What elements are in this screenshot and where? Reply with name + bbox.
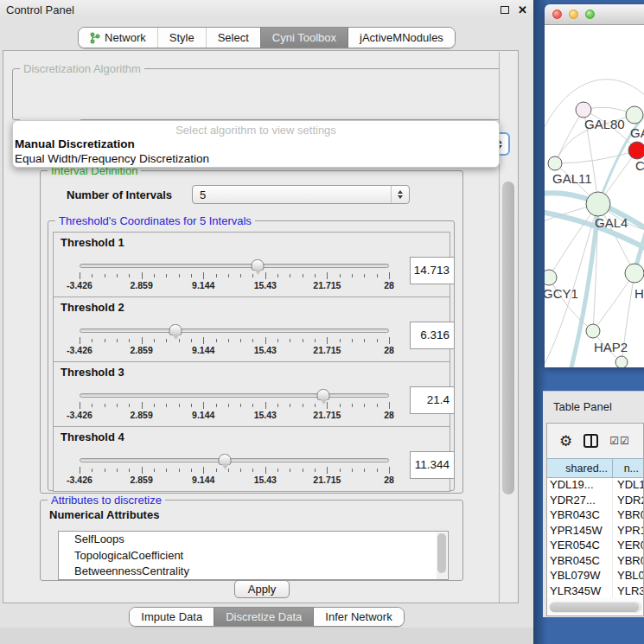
tab-infer-network[interactable]: Infer Network xyxy=(313,608,403,626)
table-cell-name: YDL1 xyxy=(613,478,643,494)
network-node[interactable] xyxy=(615,356,628,367)
table-cell-name: YDR2 xyxy=(613,494,643,509)
network-node[interactable] xyxy=(548,156,562,170)
apply-button[interactable]: Apply xyxy=(234,580,290,598)
network-window-titlebar xyxy=(545,4,644,25)
threshold-slider-knob[interactable] xyxy=(219,454,232,465)
tab-discretize-data[interactable]: Discretize Data xyxy=(214,608,313,626)
tick-label: 21.715 xyxy=(313,345,341,355)
tab-network-label: Network xyxy=(105,31,146,44)
table-horizontal-scrollbar[interactable] xyxy=(549,602,642,613)
popup-item-manual-discretization[interactable]: Manual Discretization xyxy=(13,137,499,151)
table-row[interactable]: YER054CYER0 xyxy=(547,539,643,554)
minimize-traffic-light-icon[interactable] xyxy=(569,10,578,19)
slider-tick-labels: -3.4262.8599.14415.4321.71528 xyxy=(80,280,389,290)
network-node[interactable] xyxy=(586,192,610,216)
network-node[interactable] xyxy=(576,102,591,118)
threshold-value-field[interactable]: 14.713 xyxy=(410,257,455,284)
column-layout-icon[interactable] xyxy=(583,434,598,448)
column-header-shared-name[interactable]: shared... xyxy=(547,459,613,477)
table-row[interactable]: YDR27...YDR2 xyxy=(547,494,643,509)
screen: Control Panel ✕ Network Style xyxy=(0,0,644,644)
threshold-slider-track[interactable] xyxy=(80,393,389,398)
zoom-traffic-light-icon[interactable] xyxy=(585,10,595,19)
tab-style[interactable]: Style xyxy=(157,28,206,48)
tab-select[interactable]: Select xyxy=(206,28,260,48)
column-header-name[interactable]: n... xyxy=(613,459,643,477)
attribute-list-item[interactable]: SelfLoops xyxy=(59,532,448,548)
table-hscroll-thumb[interactable] xyxy=(550,603,639,612)
tab-jactivemnodules[interactable]: jActiveMNodules xyxy=(348,28,455,48)
tick-label: 2.859 xyxy=(130,345,152,355)
table-row[interactable]: YPR145WYPR1 xyxy=(547,524,643,539)
numerical-attributes-list[interactable]: SelfLoopsTopologicalCoefficientBetweenne… xyxy=(58,531,449,580)
close-traffic-light-icon[interactable] xyxy=(552,10,562,19)
tick-label: 15.43 xyxy=(254,410,277,420)
thresholds-group-title: Threshold's Coordinates for 5 Intervals xyxy=(55,214,255,227)
attribute-list-item[interactable]: BetweennessCentrality xyxy=(59,564,448,580)
number-of-intervals-label: Number of Intervals xyxy=(67,188,172,201)
control-panel-titlebar: Control Panel ✕ xyxy=(0,0,533,19)
content-scroll-thumb[interactable] xyxy=(502,182,514,494)
attributes-group-title: Attributes to discretize xyxy=(48,494,165,507)
threshold-value-field[interactable]: 6.316 xyxy=(410,322,455,349)
table-cell-shared-name: YDL19... xyxy=(547,478,613,494)
top-tabbar: Network Style Select Cyni Toolbox jActiv… xyxy=(0,27,533,48)
close-icon[interactable]: ✕ xyxy=(518,4,527,16)
network-node[interactable] xyxy=(586,324,600,338)
tab-style-label: Style xyxy=(169,31,194,44)
table-panel-inner: ⚙ ☑☑ shared... n... YDL19...YDL1YDR27...… xyxy=(546,423,644,616)
tick-label: 15.43 xyxy=(254,345,277,355)
threshold-slider-track[interactable] xyxy=(80,264,389,268)
threshold-value-field[interactable]: 11.344 xyxy=(410,451,455,479)
table-cell-name: YBR0 xyxy=(613,554,643,570)
threshold-slider-knob[interactable] xyxy=(252,259,265,271)
table-cell-name: YBR0 xyxy=(613,508,643,524)
network-node[interactable] xyxy=(545,270,557,285)
tick-label: 9.144 xyxy=(192,280,214,290)
float-window-icon[interactable] xyxy=(501,6,509,14)
cyni-toolbox-content: Discretization Algorithm Select algorith… xyxy=(3,50,519,603)
number-of-intervals-value: 5 xyxy=(200,188,206,201)
table-cell-name: YPR1 xyxy=(613,524,643,539)
gear-icon[interactable]: ⚙ xyxy=(559,434,572,449)
threshold-slider-knob[interactable] xyxy=(317,389,330,400)
network-node[interactable] xyxy=(628,142,644,159)
attributes-list-scrollbar[interactable] xyxy=(437,532,447,579)
threshold-slider-track[interactable] xyxy=(80,458,389,462)
slider-ticks xyxy=(80,402,389,409)
tab-network[interactable]: Network xyxy=(79,28,157,48)
number-of-intervals-combobox[interactable]: 5 xyxy=(192,185,410,204)
number-of-intervals-stepper-icon[interactable] xyxy=(391,186,409,203)
attributes-list-scroll-thumb[interactable] xyxy=(437,533,446,573)
table-row[interactable]: YBR045CYBR0 xyxy=(547,554,643,570)
table-row[interactable]: YDL19...YDL1 xyxy=(547,478,643,494)
control-panel-window: Control Panel ✕ Network Style xyxy=(0,0,533,644)
threshold-slider-track[interactable] xyxy=(80,328,389,333)
popup-item-equal-width-frequency[interactable]: Equal Width/Frequency Discretization xyxy=(13,151,499,166)
attributes-group: Attributes to discretize Numerical Attri… xyxy=(40,500,463,581)
tab-cyni-toolbox[interactable]: Cyni Toolbox xyxy=(260,28,348,48)
table-cell-shared-name: YBL079W xyxy=(547,569,613,584)
tick-label: 21.715 xyxy=(313,280,341,290)
tick-label: 28 xyxy=(384,475,394,485)
network-canvas[interactable]: GAL80GACGAL11GAL4GCY1HHAP2 xyxy=(545,25,644,367)
network-node[interactable] xyxy=(626,106,643,124)
network-view-window: GAL80GACGAL11GAL4GCY1HHAP2 xyxy=(545,4,644,367)
slider-tick-labels: -3.4262.8599.14415.4321.71528 xyxy=(80,345,389,355)
table-cell-shared-name: YPR145W xyxy=(547,524,613,539)
table-row[interactable]: YBL079WYBL0 xyxy=(547,569,643,584)
network-node[interactable] xyxy=(625,264,644,283)
table-row[interactable]: YBR043CYBR0 xyxy=(547,508,643,524)
threshold-slider-knob[interactable] xyxy=(169,324,182,335)
attribute-list-item[interactable]: TopologicalCoefficient xyxy=(59,548,448,564)
table-row[interactable]: YLR345WYLR3 xyxy=(547,584,643,598)
threshold-value-field[interactable]: 21.4 xyxy=(410,386,455,414)
top-tabgroup: Network Style Select Cyni Toolbox jActiv… xyxy=(78,27,456,48)
checkbox-icons[interactable]: ☑☑ xyxy=(609,435,630,447)
tab-jactivemnodules-label: jActiveMNodules xyxy=(360,31,443,44)
tab-impute-data[interactable]: Impute Data xyxy=(130,608,214,626)
table-cell-shared-name: YBR043C xyxy=(547,508,613,524)
table-cell-shared-name: YDR27... xyxy=(547,494,613,509)
threshold-row: Threshold 4-3.4262.8599.14415.4321.71528… xyxy=(53,426,450,492)
